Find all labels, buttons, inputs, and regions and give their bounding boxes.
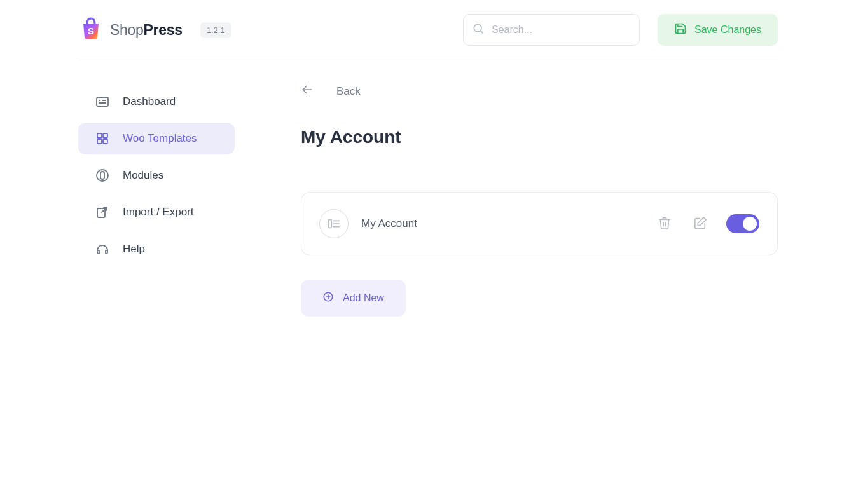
svg-rect-3 (97, 97, 108, 106)
sidebar-item-dashboard[interactable]: Dashboard (78, 86, 235, 118)
brand-name: ShopPress (110, 22, 183, 39)
delete-button[interactable] (655, 214, 674, 235)
sidebar-item-import-export[interactable]: Import / Export (78, 196, 235, 228)
plus-circle-icon (322, 291, 334, 305)
back-label: Back (336, 85, 361, 98)
save-icon (674, 22, 687, 37)
templates-icon (95, 131, 110, 146)
sidebar-item-label: Import / Export (123, 206, 193, 219)
add-new-label: Add New (343, 292, 384, 304)
save-label: Save Changes (694, 24, 761, 36)
card-actions (655, 214, 759, 235)
sidebar-item-woo-templates[interactable]: Woo Templates (78, 123, 235, 154)
sidebar-item-label: Modules (123, 169, 163, 182)
modules-icon (95, 168, 110, 183)
sidebar-item-label: Woo Templates (123, 132, 197, 145)
search-icon (472, 22, 485, 37)
enable-toggle[interactable] (726, 214, 759, 233)
edit-icon (693, 216, 707, 232)
sidebar: Dashboard Woo Templates Modules (78, 86, 282, 317)
svg-rect-7 (97, 133, 102, 138)
help-icon (95, 242, 110, 257)
import-export-icon (95, 205, 110, 220)
svg-text:S: S (88, 25, 94, 36)
template-card: My Account (301, 192, 778, 255)
main-content: Back My Account My Account (282, 86, 778, 317)
dashboard-icon (95, 94, 110, 109)
sidebar-item-label: Dashboard (123, 95, 176, 108)
svg-point-4 (99, 100, 100, 101)
svg-rect-9 (97, 139, 102, 144)
sidebar-item-help[interactable]: Help (78, 233, 235, 265)
save-changes-button[interactable]: Save Changes (658, 14, 778, 46)
sidebar-item-modules[interactable]: Modules (78, 160, 235, 191)
sidebar-item-label: Help (123, 243, 145, 255)
brand-logo: S ShopPress 1.2.1 (78, 16, 231, 44)
brand-name-part1: Shop (110, 22, 144, 38)
svg-rect-14 (329, 220, 332, 228)
brand-name-part2: Press (144, 22, 183, 38)
template-type-icon (319, 209, 349, 238)
search-container (463, 14, 640, 46)
version-badge: 1.2.1 (200, 22, 231, 38)
page-title: My Account (301, 127, 778, 147)
trash-icon (658, 216, 672, 232)
svg-line-2 (481, 31, 483, 34)
add-new-button[interactable]: Add New (301, 280, 406, 317)
template-title: My Account (361, 217, 417, 230)
svg-rect-10 (103, 139, 107, 144)
edit-button[interactable] (691, 214, 710, 235)
shoppress-logo-icon: S (78, 16, 104, 44)
arrow-left-icon (301, 83, 314, 99)
search-input[interactable] (463, 14, 640, 46)
svg-rect-8 (103, 133, 107, 138)
header: S ShopPress 1.2.1 Save Cha (78, 0, 778, 60)
back-button[interactable]: Back (301, 83, 361, 99)
